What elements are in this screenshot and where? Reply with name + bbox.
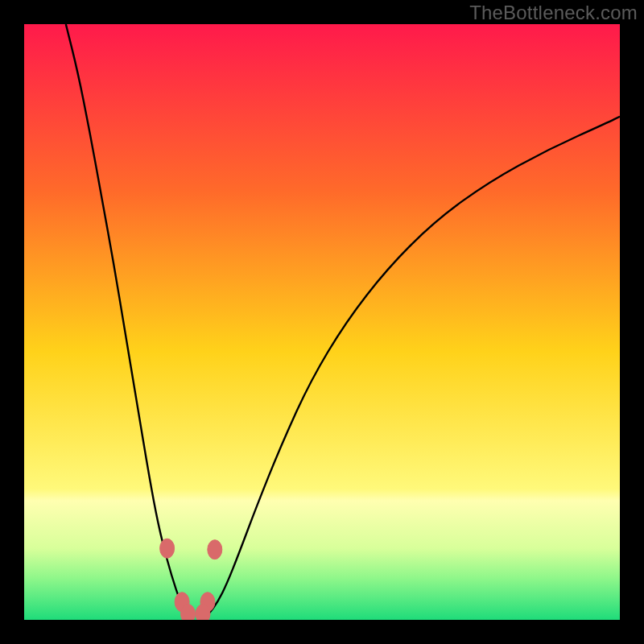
chart-frame: TheBottleneck.com [0,0,644,644]
gradient-background [24,24,620,620]
data-marker [196,605,210,620]
data-marker [181,605,196,620]
data-marker [208,540,222,559]
watermark-text: TheBottleneck.com [469,2,638,24]
data-marker [160,539,175,558]
bottleneck-chart [24,24,620,620]
